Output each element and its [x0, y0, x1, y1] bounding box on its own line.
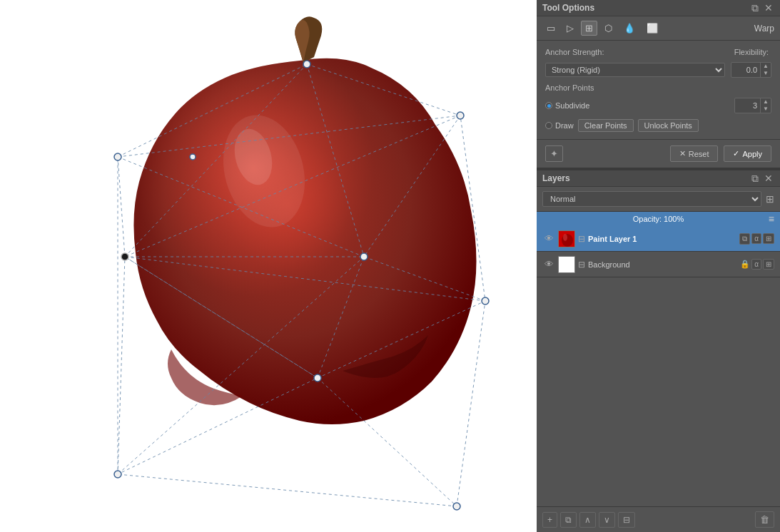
svg-point-25: [114, 471, 121, 478]
layers-header: Layers ⧉ ✕: [537, 170, 780, 187]
tool-controls: Anchor Strength: Flexibility: Strong (Ri…: [537, 41, 780, 139]
flexibility-arrows: ▲ ▼: [760, 63, 771, 77]
subdivide-radio[interactable]: Subdivide: [545, 101, 589, 110]
svg-point-24: [314, 374, 321, 382]
anchor-points-section: Anchor Points Subdivide ▲ ▼: [545, 83, 771, 132]
layer-bg-alpha-btn[interactable]: α: [751, 259, 761, 270]
svg-point-21: [303, 61, 310, 68]
tool-warp-btn[interactable]: ⊞: [581, 21, 597, 36]
layer-properties-btn[interactable]: ⊟: [618, 512, 635, 528]
anchor-strength-label: Anchor Strength:: [545, 48, 604, 56]
clear-points-btn[interactable]: Clear Points: [578, 119, 634, 132]
tool-cage-btn[interactable]: ⬡: [600, 21, 617, 36]
layer-item-bg[interactable]: 👁 ⊟ Background 🔒 α ⊞: [537, 252, 780, 277]
flexibility-input[interactable]: [731, 64, 760, 76]
layers-panel: Layers ⧉ ✕ Normal ⊞ Opacity: 100% ≡ 👁: [537, 169, 780, 532]
unlock-points-btn[interactable]: Unlock Points: [638, 119, 699, 132]
layer-thumbnail-bg: [558, 256, 575, 273]
layer-paint-extra-btn[interactable]: ⊞: [763, 233, 774, 244]
layer-visibility-paint-btn[interactable]: 👁: [542, 233, 555, 244]
reset-btn[interactable]: ✕ Reset: [670, 145, 719, 162]
svg-rect-34: [559, 257, 575, 273]
apply-icon: ✓: [733, 149, 739, 158]
subdivide-radio-circle: [545, 102, 552, 109]
duplicate-layer-btn[interactable]: ⧉: [560, 512, 577, 528]
reset-label: Reset: [689, 150, 709, 158]
delete-layer-btn[interactable]: 🗑: [755, 511, 774, 528]
tool-options-title: Tool Options: [542, 3, 594, 13]
reset-icon: ✕: [679, 149, 686, 158]
svg-point-26: [114, 153, 121, 160]
blend-mode-select[interactable]: Normal: [542, 191, 761, 207]
layer-paint-alpha-btn[interactable]: α: [751, 233, 761, 244]
layer-inherit-paint-btn[interactable]: ⊟: [578, 234, 585, 244]
layers-title: Layers: [542, 173, 570, 183]
tool-transform-btn[interactable]: ▷: [562, 21, 578, 36]
layer-thumbnail-paint: [558, 230, 575, 247]
subdivide-input[interactable]: [735, 100, 760, 111]
subdivide-up-arrow[interactable]: ▲: [761, 98, 771, 106]
svg-point-28: [121, 253, 128, 260]
layer-visibility-bg-btn[interactable]: 👁: [542, 259, 555, 270]
canvas-area: [0, 0, 537, 532]
apply-label: Apply: [742, 150, 762, 158]
layer-inherit-bg-btn[interactable]: ⊟: [578, 260, 585, 270]
tool-liquify-btn[interactable]: 💧: [619, 21, 639, 36]
anchor-points-title: Anchor Points: [545, 83, 771, 92]
svg-point-23: [482, 297, 489, 305]
subdivide-row: Subdivide ▲ ▼: [545, 98, 771, 113]
opacity-label: Opacity: 100%: [633, 215, 684, 223]
blend-mode-row: Normal ⊞: [537, 187, 780, 212]
layer-paint-copy-btn[interactable]: ⧉: [739, 233, 750, 245]
anchor-strength-row: Anchor Strength: Flexibility:: [545, 48, 771, 56]
add-layer-btn[interactable]: +: [542, 512, 557, 528]
anchor-strength-control-row: Strong (Rigid) ▲ ▼: [545, 62, 771, 78]
move-layer-down-btn[interactable]: ∨: [599, 512, 615, 528]
layer-bg-extra-btn[interactable]: ⊞: [763, 259, 774, 270]
subdivide-down-arrow[interactable]: ▼: [761, 106, 771, 113]
tool-icons-row: ▭ ▷ ⊞ ⬡ 💧 ⬜ Warp: [537, 16, 780, 41]
layers-toolbar: + ⧉ ∧ ∨ ⊟ 🗑: [537, 506, 780, 532]
spider-btn[interactable]: ✦: [545, 145, 563, 162]
svg-point-30: [190, 154, 196, 160]
layer-item-paint[interactable]: 👁 ⊟ Paint Layer 1 ⧉ α ⊞: [537, 226, 780, 252]
warp-label: Warp: [754, 24, 774, 34]
layers-list: 👁 ⊟ Paint Layer 1 ⧉ α ⊞ 👁: [537, 226, 780, 506]
tool-options-restore-btn[interactable]: ⧉: [750, 3, 760, 13]
flexibility-label: Flexibility:: [734, 48, 769, 56]
apply-btn[interactable]: ✓ Apply: [724, 145, 771, 162]
svg-point-27: [453, 503, 460, 510]
layers-close-btn[interactable]: ✕: [763, 173, 774, 183]
flexibility-up-arrow[interactable]: ▲: [761, 63, 771, 70]
subdivide-label: Subdivide: [555, 101, 589, 110]
draw-radio-circle: [545, 122, 552, 129]
flexibility-down-arrow[interactable]: ▼: [761, 70, 771, 77]
opacity-menu-btn[interactable]: ≡: [769, 213, 774, 225]
flexibility-spinbox: ▲ ▼: [731, 62, 771, 78]
svg-point-33: [563, 234, 567, 241]
layer-name-paint: Paint Layer 1: [588, 235, 736, 243]
tool-actions: ✦ ✕ Reset ✓ Apply: [537, 139, 780, 168]
tool-options-close-btn[interactable]: ✕: [763, 3, 774, 13]
canvas-inner[interactable]: [0, 0, 537, 532]
draw-label: Draw: [555, 121, 574, 130]
tool-rect-btn[interactable]: ▭: [542, 21, 559, 36]
tool-options-panel: Tool Options ⧉ ✕ ▭ ▷ ⊞ ⬡ 💧 ⬜ Warp Anchor…: [537, 0, 780, 169]
anchor-strength-select[interactable]: Strong (Rigid): [545, 63, 725, 77]
subdivide-spinbox: ▲ ▼: [734, 98, 771, 113]
move-layer-up-btn[interactable]: ∧: [579, 512, 596, 528]
draw-row: Draw Clear Points Unlock Points: [545, 119, 771, 132]
layers-filter-btn[interactable]: ⊞: [766, 193, 774, 205]
opacity-row[interactable]: Opacity: 100% ≡: [537, 212, 780, 226]
right-panel: Tool Options ⧉ ✕ ▭ ▷ ⊞ ⬡ 💧 ⬜ Warp Anchor…: [537, 0, 780, 532]
layer-bg-action-btns: 🔒 α ⊞: [740, 259, 774, 270]
layer-name-bg: Background: [588, 260, 737, 269]
layer-paint-action-btns: ⧉ α ⊞: [739, 233, 774, 245]
tool-perspective-btn[interactable]: ⬜: [642, 21, 662, 36]
tool-options-header: Tool Options ⧉ ✕: [537, 0, 780, 16]
layer-bg-lock-btn[interactable]: 🔒: [740, 260, 750, 269]
svg-point-22: [457, 112, 464, 119]
layers-restore-btn[interactable]: ⧉: [750, 173, 760, 183]
svg-point-29: [360, 253, 368, 260]
draw-radio[interactable]: Draw: [545, 121, 574, 130]
